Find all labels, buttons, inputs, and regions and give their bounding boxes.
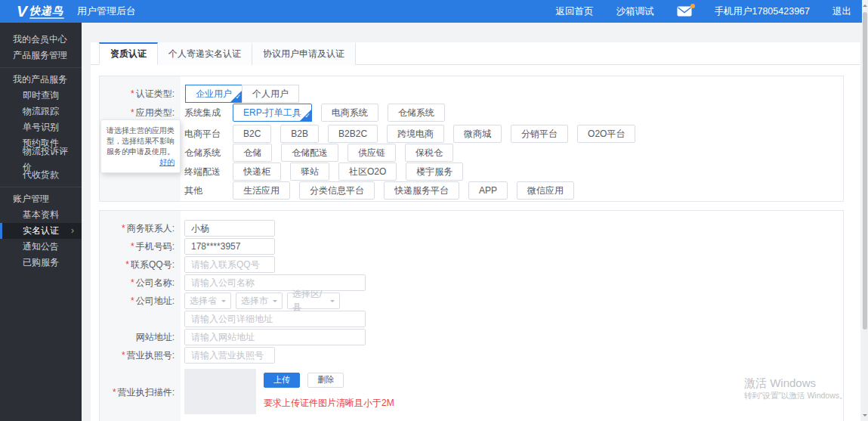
option-ERP-打单工具[interactable]: ERP-打单工具 xyxy=(233,104,312,122)
nav-home-link[interactable]: 返回首页 xyxy=(556,5,594,18)
sidebar-item-label: 代收货款 xyxy=(23,167,59,183)
tab-qualification-auth[interactable]: 资质认证 xyxy=(99,42,158,65)
sidebar-item-单号识别[interactable]: 单号识别 xyxy=(0,119,82,135)
sidebar-item-物流投诉评价[interactable]: 物流投诉评价 xyxy=(0,151,82,167)
group-label-ecommerce: 电商平台 xyxy=(184,128,233,141)
field-label-phone: 手机号码: xyxy=(100,240,181,253)
option-企业用户[interactable]: 企业用户 xyxy=(185,85,242,103)
vertical-scrollbar[interactable] xyxy=(862,0,868,421)
upload-hint: 要求上传证件图片清晰且小于2M xyxy=(264,397,394,410)
upload-buttons: 上传 删除 xyxy=(264,372,394,388)
field-label-website: 网站地址: xyxy=(100,331,181,344)
sidebar-item-我的会员中心[interactable]: 我的会员中心 xyxy=(0,32,82,48)
option-跨境电商[interactable]: 跨境电商 xyxy=(387,125,444,143)
scroll-down-arrow-icon[interactable] xyxy=(862,410,868,421)
form-row-website: 网站地址: xyxy=(100,329,843,345)
sidebar-item-label: 即时查询 xyxy=(23,88,59,104)
warehouse-options: 仓储仓储配送供应链保税仓 xyxy=(233,144,462,162)
phone-input[interactable] xyxy=(184,238,275,255)
tab-agreement-user-auth[interactable]: 协议用户申请及认证 xyxy=(252,42,356,65)
sidebar-item-账户管理[interactable]: 账户管理 xyxy=(0,191,82,207)
option-B2C[interactable]: B2C xyxy=(233,125,271,143)
business-contact-input[interactable] xyxy=(184,220,275,237)
tab-personal-realname-auth[interactable]: 个人寄递实名认证 xyxy=(158,42,252,65)
sidebar-item-label: 我的产品服务 xyxy=(13,72,67,88)
scroll-up-arrow-icon[interactable] xyxy=(862,0,868,11)
option-微信应用[interactable]: 微信应用 xyxy=(517,181,574,200)
form-row-company-name: 公司名称: xyxy=(100,274,843,291)
field-label-auth-type: 认证类型: xyxy=(100,88,181,101)
option-APP[interactable]: APP xyxy=(468,181,508,200)
option-仓储系统[interactable]: 仓储系统 xyxy=(388,104,445,122)
chevron-down-icon xyxy=(273,300,277,305)
option-生活应用[interactable]: 生活应用 xyxy=(233,181,290,200)
province-select[interactable]: 选择省 xyxy=(184,293,231,309)
option-仓储配送[interactable]: 仓储配送 xyxy=(281,144,338,162)
option-社区O2O[interactable]: 社区O2O xyxy=(338,163,397,181)
scrollbar-thumb[interactable] xyxy=(863,12,867,330)
field-label-business-contact: 商务联系人: xyxy=(100,222,181,235)
brand-logo[interactable]: V 快递鸟 xyxy=(17,4,64,19)
sidebar-item-代收货款[interactable]: 代收货款 xyxy=(0,167,82,183)
license-scan-preview[interactable] xyxy=(184,369,256,414)
option-微商城[interactable]: 微商城 xyxy=(453,125,502,143)
logo-text-wrap: 快递鸟 xyxy=(29,5,64,19)
option-保税仓[interactable]: 保税仓 xyxy=(405,144,453,162)
website-input[interactable] xyxy=(184,329,366,345)
chevron-right-icon: › xyxy=(71,223,74,239)
form-row-other: 其他 生活应用分类信息平台快递服务平台APP微信应用 xyxy=(100,181,843,200)
sidebar-item-产品服务管理[interactable]: 产品服务管理 xyxy=(0,48,82,63)
field-label-app-type: 应用类型: xyxy=(100,107,181,119)
header-right: 返回首页 沙箱调试 手机用户17805423967 退出 xyxy=(556,5,868,18)
sidebar-item-我的产品服务[interactable]: 我的产品服务 xyxy=(0,72,82,88)
form-row-address-detail xyxy=(100,311,843,327)
delete-button[interactable]: 删除 xyxy=(307,373,344,388)
license-number-input[interactable] xyxy=(184,347,275,364)
option-快递服务平台[interactable]: 快递服务平台 xyxy=(384,181,459,200)
sidebar-item-物流跟踪[interactable]: 物流跟踪 xyxy=(0,104,82,119)
group-label-terminal: 终端配送 xyxy=(184,166,233,178)
address-detail-input[interactable] xyxy=(184,311,366,327)
sidebar-item-label: 产品服务管理 xyxy=(13,48,67,63)
sidebar-item-label: 基本资料 xyxy=(23,207,59,223)
option-分类信息平台[interactable]: 分类信息平台 xyxy=(299,181,375,200)
sidebar-item-label: 通知公告 xyxy=(23,239,59,255)
field-label-qq: 联系QQ号: xyxy=(100,258,181,271)
form-row-ecommerce-platform: 电商平台 B2CB2BB2B2C跨境电商微商城分销平台O2O平台 xyxy=(100,125,843,143)
app-type-tooltip: 请选择主营的应用类型，选择结果不影响服务的申请及使用。 好的 xyxy=(100,119,181,173)
sidebar-item-实名认证[interactable]: 实名认证› xyxy=(0,223,82,239)
sidebar-divider xyxy=(0,67,82,68)
option-快递柜[interactable]: 快递柜 xyxy=(233,163,281,181)
city-select[interactable]: 选择市 xyxy=(236,293,283,309)
option-供应链[interactable]: 供应链 xyxy=(348,144,396,162)
option-分销平台[interactable]: 分销平台 xyxy=(511,125,568,143)
option-仓储[interactable]: 仓储 xyxy=(233,144,272,162)
option-B2B2C[interactable]: B2B2C xyxy=(328,125,378,143)
option-驿站[interactable]: 驿站 xyxy=(290,163,329,181)
logo-underline xyxy=(29,17,64,19)
user-account[interactable]: 手机用户17805423967 xyxy=(715,5,810,18)
upload-button[interactable]: 上传 xyxy=(264,373,300,388)
sidebar-item-基本资料[interactable]: 基本资料 xyxy=(0,207,82,223)
qq-input[interactable] xyxy=(184,256,275,273)
chevron-down-icon xyxy=(330,300,335,305)
sidebar-item-已购服务[interactable]: 已购服务 xyxy=(0,255,82,271)
field-label-license-number: 营业执照号: xyxy=(100,349,181,362)
option-O2O平台[interactable]: O2O平台 xyxy=(577,125,635,143)
mail-icon[interactable] xyxy=(677,6,692,17)
logout-button[interactable]: 退出 xyxy=(832,5,851,18)
option-电商系统[interactable]: 电商系统 xyxy=(321,104,378,122)
district-select[interactable]: 选择区/县 xyxy=(287,293,340,309)
city-select-value: 选择市 xyxy=(241,295,268,308)
company-name-input[interactable] xyxy=(184,274,366,291)
sidebar-item-通知公告[interactable]: 通知公告 xyxy=(0,239,82,255)
option-个人用户[interactable]: 个人用户 xyxy=(242,85,299,103)
form-row-app-type-system: 应用类型: 系统集成 ERP-打单工具电商系统仓储系统 xyxy=(100,104,843,122)
nav-sandbox-link[interactable]: 沙箱调试 xyxy=(616,5,654,18)
field-label-company-name: 公司名称: xyxy=(100,277,181,289)
option-B2B[interactable]: B2B xyxy=(280,125,319,143)
option-楼宇服务[interactable]: 楼宇服务 xyxy=(406,163,463,181)
sidebar-item-label: 已购服务 xyxy=(23,255,59,271)
sidebar-item-即时查询[interactable]: 即时查询 xyxy=(0,88,82,104)
tooltip-ok-link[interactable]: 好的 xyxy=(159,157,175,168)
